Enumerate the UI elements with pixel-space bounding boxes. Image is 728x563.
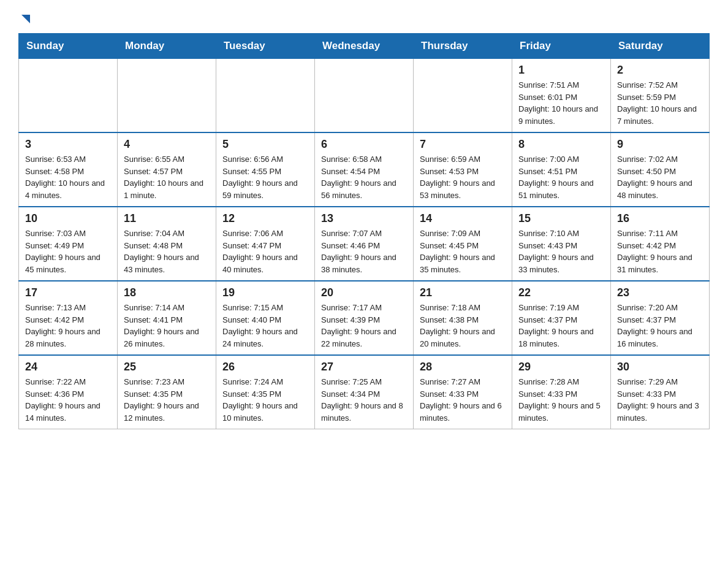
calendar-cell — [19, 59, 118, 133]
day-number: 6 — [321, 138, 407, 151]
logo — [18, 12, 33, 22]
day-info: Sunrise: 6:53 AM Sunset: 4:58 PM Dayligh… — [25, 153, 111, 201]
day-info: Sunrise: 7:06 AM Sunset: 4:47 PM Dayligh… — [222, 228, 308, 275]
day-number: 1 — [518, 64, 604, 77]
day-info: Sunrise: 7:14 AM Sunset: 4:41 PM Dayligh… — [124, 302, 210, 350]
calendar-cell — [315, 59, 414, 133]
calendar-cell: 26Sunrise: 7:24 AM Sunset: 4:35 PM Dayli… — [216, 355, 315, 429]
day-info: Sunrise: 7:27 AM Sunset: 4:33 PM Dayligh… — [420, 376, 506, 424]
day-number: 27 — [321, 361, 407, 373]
day-number: 23 — [617, 286, 703, 299]
calendar-cell: 9Sunrise: 7:02 AM Sunset: 4:50 PM Daylig… — [611, 132, 710, 207]
calendar-cell: 27Sunrise: 7:25 AM Sunset: 4:34 PM Dayli… — [315, 355, 414, 429]
svg-marker-0 — [21, 15, 30, 23]
day-info: Sunrise: 7:15 AM Sunset: 4:40 PM Dayligh… — [222, 302, 308, 350]
day-info: Sunrise: 7:07 AM Sunset: 4:46 PM Dayligh… — [321, 228, 407, 275]
weekday-header-monday: Monday — [118, 34, 216, 59]
day-info: Sunrise: 7:10 AM Sunset: 4:43 PM Dayligh… — [518, 228, 604, 275]
weekday-header-row: SundayMondayTuesdayWednesdayThursdayFrid… — [19, 34, 710, 59]
weekday-header-friday: Friday — [512, 34, 611, 59]
calendar-cell: 4Sunrise: 6:55 AM Sunset: 4:57 PM Daylig… — [118, 132, 216, 207]
calendar-cell: 10Sunrise: 7:03 AM Sunset: 4:49 PM Dayli… — [19, 207, 118, 281]
calendar-cell: 24Sunrise: 7:22 AM Sunset: 4:36 PM Dayli… — [19, 355, 118, 429]
day-number: 10 — [25, 212, 111, 225]
day-info: Sunrise: 7:22 AM Sunset: 4:36 PM Dayligh… — [25, 376, 111, 424]
calendar-cell: 28Sunrise: 7:27 AM Sunset: 4:33 PM Dayli… — [414, 355, 512, 429]
calendar-cell: 18Sunrise: 7:14 AM Sunset: 4:41 PM Dayli… — [118, 281, 216, 355]
day-info: Sunrise: 7:51 AM Sunset: 6:01 PM Dayligh… — [518, 79, 604, 127]
page-header — [18, 12, 710, 22]
calendar-cell: 23Sunrise: 7:20 AM Sunset: 4:37 PM Dayli… — [611, 281, 710, 355]
calendar-cell: 21Sunrise: 7:18 AM Sunset: 4:38 PM Dayli… — [414, 281, 512, 355]
day-info: Sunrise: 7:09 AM Sunset: 4:45 PM Dayligh… — [420, 228, 506, 275]
day-number: 30 — [617, 361, 703, 373]
calendar-cell — [414, 59, 512, 133]
calendar-week-row: 3Sunrise: 6:53 AM Sunset: 4:58 PM Daylig… — [19, 132, 710, 207]
day-info: Sunrise: 7:04 AM Sunset: 4:48 PM Dayligh… — [124, 228, 210, 275]
calendar-cell: 8Sunrise: 7:00 AM Sunset: 4:51 PM Daylig… — [512, 132, 611, 207]
day-info: Sunrise: 7:29 AM Sunset: 4:33 PM Dayligh… — [617, 376, 703, 424]
day-number: 16 — [617, 212, 703, 225]
day-number: 14 — [420, 212, 506, 225]
day-number: 19 — [222, 286, 308, 299]
day-info: Sunrise: 7:13 AM Sunset: 4:42 PM Dayligh… — [25, 302, 111, 350]
calendar-week-row: 1Sunrise: 7:51 AM Sunset: 6:01 PM Daylig… — [19, 59, 710, 133]
day-info: Sunrise: 7:23 AM Sunset: 4:35 PM Dayligh… — [124, 376, 210, 424]
day-number: 24 — [25, 361, 111, 373]
day-number: 22 — [518, 286, 604, 299]
weekday-header-thursday: Thursday — [414, 34, 512, 59]
day-number: 17 — [25, 286, 111, 299]
day-number: 29 — [518, 361, 604, 373]
calendar-week-row: 10Sunrise: 7:03 AM Sunset: 4:49 PM Dayli… — [19, 207, 710, 281]
calendar-cell: 17Sunrise: 7:13 AM Sunset: 4:42 PM Dayli… — [19, 281, 118, 355]
calendar-cell: 19Sunrise: 7:15 AM Sunset: 4:40 PM Dayli… — [216, 281, 315, 355]
calendar-cell: 12Sunrise: 7:06 AM Sunset: 4:47 PM Dayli… — [216, 207, 315, 281]
day-info: Sunrise: 6:59 AM Sunset: 4:53 PM Dayligh… — [420, 153, 506, 201]
day-info: Sunrise: 7:11 AM Sunset: 4:42 PM Dayligh… — [617, 228, 703, 275]
calendar-cell: 29Sunrise: 7:28 AM Sunset: 4:33 PM Dayli… — [512, 355, 611, 429]
day-number: 26 — [222, 361, 308, 373]
day-number: 4 — [124, 138, 210, 151]
calendar-week-row: 24Sunrise: 7:22 AM Sunset: 4:36 PM Dayli… — [19, 355, 710, 429]
day-number: 15 — [518, 212, 604, 225]
day-number: 12 — [222, 212, 308, 225]
calendar-table: SundayMondayTuesdayWednesdayThursdayFrid… — [18, 33, 710, 429]
day-info: Sunrise: 7:24 AM Sunset: 4:35 PM Dayligh… — [222, 376, 308, 424]
day-info: Sunrise: 6:58 AM Sunset: 4:54 PM Dayligh… — [321, 153, 407, 201]
day-info: Sunrise: 7:03 AM Sunset: 4:49 PM Dayligh… — [25, 228, 111, 275]
day-info: Sunrise: 7:17 AM Sunset: 4:39 PM Dayligh… — [321, 302, 407, 350]
day-number: 18 — [124, 286, 210, 299]
logo-triangle-icon — [19, 12, 32, 26]
weekday-header-saturday: Saturday — [611, 34, 710, 59]
day-number: 2 — [617, 64, 703, 77]
day-number: 5 — [222, 138, 308, 151]
day-number: 8 — [518, 138, 604, 151]
calendar-cell: 7Sunrise: 6:59 AM Sunset: 4:53 PM Daylig… — [414, 132, 512, 207]
day-number: 11 — [124, 212, 210, 225]
weekday-header-sunday: Sunday — [19, 34, 118, 59]
calendar-cell: 11Sunrise: 7:04 AM Sunset: 4:48 PM Dayli… — [118, 207, 216, 281]
day-info: Sunrise: 7:20 AM Sunset: 4:37 PM Dayligh… — [617, 302, 703, 350]
day-info: Sunrise: 7:02 AM Sunset: 4:50 PM Dayligh… — [617, 153, 703, 201]
calendar-cell: 3Sunrise: 6:53 AM Sunset: 4:58 PM Daylig… — [19, 132, 118, 207]
day-number: 21 — [420, 286, 506, 299]
day-info: Sunrise: 6:55 AM Sunset: 4:57 PM Dayligh… — [124, 153, 210, 201]
calendar-cell — [118, 59, 216, 133]
day-info: Sunrise: 7:52 AM Sunset: 5:59 PM Dayligh… — [617, 79, 703, 127]
calendar-cell: 14Sunrise: 7:09 AM Sunset: 4:45 PM Dayli… — [414, 207, 512, 281]
day-info: Sunrise: 7:28 AM Sunset: 4:33 PM Dayligh… — [518, 376, 604, 424]
day-info: Sunrise: 7:00 AM Sunset: 4:51 PM Dayligh… — [518, 153, 604, 201]
day-number: 25 — [124, 361, 210, 373]
day-number: 7 — [420, 138, 506, 151]
day-number: 13 — [321, 212, 407, 225]
day-number: 9 — [617, 138, 703, 151]
logo-text — [18, 12, 33, 26]
day-info: Sunrise: 7:19 AM Sunset: 4:37 PM Dayligh… — [518, 302, 604, 350]
calendar-cell: 15Sunrise: 7:10 AM Sunset: 4:43 PM Dayli… — [512, 207, 611, 281]
calendar-week-row: 17Sunrise: 7:13 AM Sunset: 4:42 PM Dayli… — [19, 281, 710, 355]
day-info: Sunrise: 7:25 AM Sunset: 4:34 PM Dayligh… — [321, 376, 407, 424]
calendar-cell: 13Sunrise: 7:07 AM Sunset: 4:46 PM Dayli… — [315, 207, 414, 281]
weekday-header-wednesday: Wednesday — [315, 34, 414, 59]
day-number: 28 — [420, 361, 506, 373]
calendar-cell: 16Sunrise: 7:11 AM Sunset: 4:42 PM Dayli… — [611, 207, 710, 281]
